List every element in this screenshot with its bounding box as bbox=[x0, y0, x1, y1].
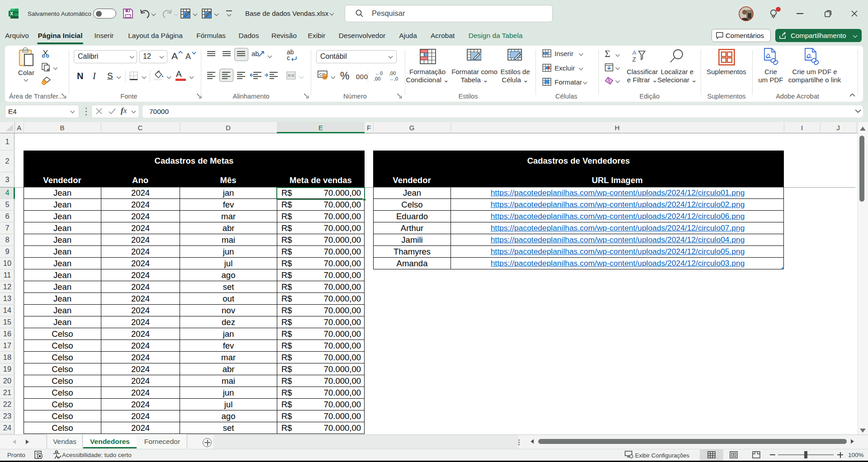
svg-text:A: A bbox=[632, 49, 636, 56]
svg-text:X: X bbox=[10, 11, 13, 16]
svg-text:Z: Z bbox=[632, 56, 636, 63]
